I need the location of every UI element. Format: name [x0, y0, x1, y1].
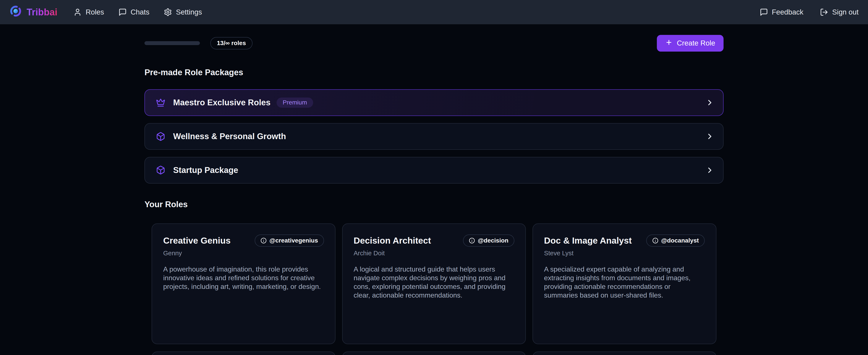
role-handle: @docanalyst [661, 237, 699, 244]
plus-icon [665, 39, 673, 48]
package-row-startup[interactable]: Startup Package [145, 157, 723, 183]
sign-out-icon [820, 8, 828, 16]
top-navigation-bar: Tribbai Roles Chats Settings [0, 0, 868, 24]
nav-label: Chats [131, 8, 149, 16]
role-title: Doc & Image Analyst [544, 235, 632, 246]
gear-icon [164, 8, 172, 16]
package-title: Wellness & Personal Growth [173, 131, 286, 141]
package-title: Maestro Exclusive Roles [173, 98, 271, 107]
package-list: Maestro Exclusive Roles Premium Wellness… [145, 89, 723, 183]
role-card[interactable] [342, 352, 526, 355]
brand-name: Tribbai [27, 7, 57, 18]
chevron-right-icon [705, 132, 714, 141]
roles-grid: Creative Genius @creativegenius Genny A … [152, 224, 716, 355]
nav-item-roles[interactable]: Roles [73, 8, 104, 16]
role-card-creative-genius[interactable]: Creative Genius @creativegenius Genny A … [152, 224, 336, 344]
packages-section-title: Pre-made Role Packages [145, 68, 723, 77]
roles-toolbar: 13/∞ roles Create Role [145, 35, 723, 52]
chat-icon [119, 8, 127, 16]
role-description: A powerhouse of imagination, this role p… [163, 265, 324, 291]
tribbai-logo-icon [9, 5, 22, 20]
nav-label: Roles [86, 8, 104, 16]
create-role-label: Create Role [677, 39, 715, 47]
roles-progress-bar [145, 41, 200, 45]
role-card[interactable] [152, 352, 336, 355]
package-icon [156, 166, 165, 175]
role-description: A specialized expert capable of analyzin… [544, 265, 705, 300]
nav-label: Settings [176, 8, 202, 16]
package-icon [156, 132, 165, 141]
chevron-right-icon [705, 166, 714, 175]
feedback-button[interactable]: Feedback [760, 8, 803, 16]
role-handle: @decision [478, 237, 508, 244]
sign-out-label: Sign out [832, 8, 859, 16]
role-description: A logical and structured guide that help… [354, 265, 514, 300]
info-icon [469, 238, 475, 244]
role-handle-badge[interactable]: @docanalyst [646, 235, 705, 247]
crown-icon [156, 98, 165, 107]
premium-badge: Premium [277, 97, 313, 108]
brand-logo[interactable]: Tribbai [9, 5, 57, 20]
role-card-doc-image-analyst[interactable]: Doc & Image Analyst @docanalyst Steve Ly… [532, 224, 716, 344]
sign-out-button[interactable]: Sign out [820, 8, 859, 16]
top-right-actions: Feedback Sign out [760, 8, 859, 16]
info-icon [652, 238, 658, 244]
package-row-wellness[interactable]: Wellness & Personal Growth [145, 123, 723, 150]
role-title: Decision Architect [354, 235, 431, 246]
package-row-maestro[interactable]: Maestro Exclusive Roles Premium [145, 89, 723, 116]
create-role-button[interactable]: Create Role [657, 35, 723, 52]
role-title: Creative Genius [163, 235, 230, 246]
your-roles-section-title: Your Roles [145, 200, 723, 209]
role-subtitle: Archie Doit [354, 249, 514, 257]
nav-item-chats[interactable]: Chats [119, 8, 149, 16]
role-subtitle: Genny [163, 249, 324, 257]
role-handle-badge[interactable]: @creativegenius [255, 235, 324, 247]
role-subtitle: Steve Lyst [544, 249, 705, 257]
chevron-right-icon [705, 98, 714, 107]
roles-count-badge: 13/∞ roles [210, 37, 252, 49]
info-icon [260, 238, 267, 244]
main-content: 13/∞ roles Create Role Pre-made Role Pac… [0, 24, 868, 355]
feedback-label: Feedback [772, 8, 803, 16]
user-icon [73, 8, 82, 16]
primary-nav: Roles Chats Settings [73, 8, 202, 16]
package-title: Startup Package [173, 166, 238, 175]
role-card[interactable] [532, 352, 716, 355]
role-handle-badge[interactable]: @decision [463, 235, 514, 247]
nav-item-settings[interactable]: Settings [164, 8, 202, 16]
role-card-decision-architect[interactable]: Decision Architect @decision Archie Doit… [342, 224, 526, 344]
app-window: Tribbai Roles Chats Settings [0, 0, 868, 355]
role-handle: @creativegenius [270, 237, 318, 244]
chat-icon [760, 8, 768, 16]
